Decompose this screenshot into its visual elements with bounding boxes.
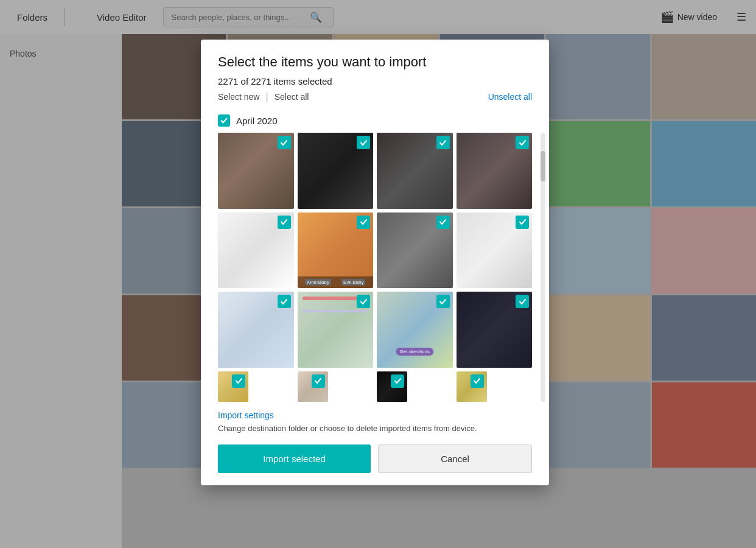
photo-item[interactable] [298,292,374,368]
photo-grid: Kind-Baby Evil Baby [218,133,532,402]
photo-item[interactable] [218,133,294,209]
photo-checkbox[interactable] [516,216,529,229]
photo-item[interactable]: Kind-Baby Evil Baby [298,213,374,289]
photo-checkbox[interactable] [516,136,529,149]
photo-item[interactable] [218,292,294,368]
photo-item[interactable]: Get directions [377,292,453,368]
photo-checkbox[interactable] [436,136,450,149]
dialog-count: 2271 of 2271 items selected [218,76,532,86]
dialog-footer: Import selected Cancel [201,440,549,485]
photo-checkbox[interactable] [232,374,245,388]
photo-item[interactable] [377,133,453,209]
photo-checkbox[interactable] [357,136,370,149]
import-button[interactable]: Import selected [218,444,371,473]
unselect-all-link[interactable]: Unselect all [488,92,532,102]
scrollbar-track[interactable] [541,133,545,402]
cancel-button[interactable]: Cancel [378,444,532,473]
photo-item[interactable] [218,371,248,402]
import-settings-desc: Change destination folder or choose to d… [218,424,477,433]
photo-item[interactable] [298,133,374,209]
photo-checkbox[interactable] [357,216,370,229]
photo-item[interactable] [218,213,294,289]
photo-item[interactable] [377,213,453,289]
dialog-title: Select the items you want to import [218,54,532,70]
section-header-april2020: April 2020 [201,114,549,133]
photo-checkbox[interactable] [436,216,450,229]
photo-checkbox[interactable] [357,295,370,308]
photo-item[interactable] [457,292,533,368]
photo-checkbox[interactable] [278,295,291,308]
photo-checkbox[interactable] [516,295,529,308]
photo-item[interactable] [457,213,533,289]
import-settings-link[interactable]: Import settings [218,410,532,420]
photo-checkbox[interactable] [278,136,291,149]
photo-checkbox[interactable] [436,295,450,308]
select-all-link[interactable]: Select all [275,92,309,102]
photo-item[interactable] [457,371,487,402]
actions-separator: | [265,91,268,102]
dialog-actions-row: Select new | Select all Unselect all [218,91,532,102]
photo-grid-container[interactable]: Kind-Baby Evil Baby [201,133,549,402]
section-checkbox[interactable] [218,114,230,127]
import-dialog: Select the items you want to import 2271… [201,40,549,485]
photo-checkbox[interactable] [312,374,325,388]
photo-item[interactable] [377,371,407,402]
photo-checkbox[interactable] [278,216,291,229]
photo-item[interactable] [298,371,328,402]
photo-checkbox[interactable] [471,374,484,388]
photo-item[interactable] [457,133,533,209]
import-settings-section: Import settings Change destination folde… [201,402,549,440]
section-label: April 2020 [236,116,278,126]
select-new-link[interactable]: Select new [218,92,259,102]
scrollbar-thumb[interactable] [541,151,545,181]
dialog-header: Select the items you want to import 2271… [201,40,549,114]
photo-checkbox[interactable] [391,374,404,388]
